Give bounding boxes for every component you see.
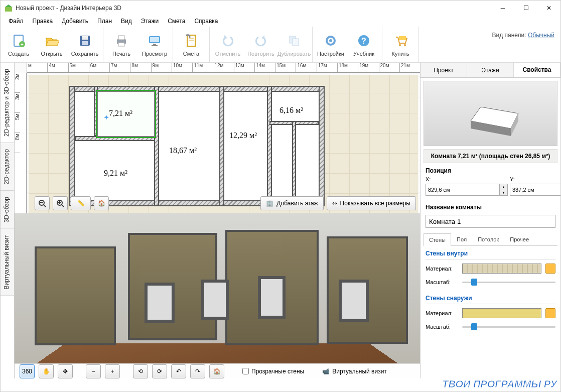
3d-preview[interactable]: 360 ✋ ✥ − + ⟲ ⟳ ↶ ↷ 🏠 Прозрачные стены 📹… bbox=[15, 213, 420, 378]
help-icon: ? bbox=[356, 33, 372, 49]
show-dimensions-button[interactable]: ⇔Показывать все размеры bbox=[327, 196, 416, 210]
save-icon bbox=[77, 33, 93, 49]
window-title: Новый проект - Дизайн Интерьера 3D bbox=[16, 5, 121, 12]
subtab-floor[interactable]: Пол bbox=[451, 233, 472, 245]
cart-icon bbox=[392, 33, 408, 49]
tool-print[interactable]: Печать bbox=[105, 30, 137, 59]
svg-line-34 bbox=[62, 205, 64, 207]
room-caption: Комната 7,21 м² (площадь стен 26,85 м²) bbox=[424, 149, 557, 163]
inner-material-swatch[interactable] bbox=[462, 264, 541, 274]
subtab-ceiling[interactable]: Потолок bbox=[472, 233, 504, 245]
svg-point-27 bbox=[404, 44, 406, 46]
tool-monitor[interactable]: Просмотр bbox=[138, 30, 171, 59]
zoom-out-3d[interactable]: − bbox=[86, 364, 101, 378]
subtab-other[interactable]: Прочее bbox=[504, 233, 534, 245]
tool-open[interactable]: Открыть bbox=[36, 30, 68, 59]
tool-estimate[interactable]: Смета bbox=[175, 30, 207, 59]
tool-dup[interactable]: Дублировать bbox=[278, 30, 310, 59]
outer-material-browse[interactable] bbox=[545, 308, 555, 318]
zoom-in-3d[interactable]: + bbox=[105, 364, 120, 378]
tool-redo[interactable]: Повторить bbox=[245, 30, 277, 59]
menu-bar: Файл Правка Добавить План Вид Этажи Смет… bbox=[1, 16, 560, 27]
svg-rect-6 bbox=[82, 36, 88, 40]
position-y-input[interactable]: ▲▼ bbox=[510, 184, 560, 196]
svg-rect-12 bbox=[150, 37, 159, 42]
print-icon bbox=[113, 33, 129, 49]
inner-material-browse[interactable] bbox=[545, 264, 555, 274]
outer-scale-slider[interactable] bbox=[462, 322, 555, 331]
floor-plan-canvas[interactable]: 7,21 м² 6,16 м² 18,67 м² 12,29 м² 9,21 м… bbox=[29, 75, 418, 213]
room-name-input[interactable] bbox=[426, 215, 555, 228]
tab-2d[interactable]: 2D-редактор bbox=[1, 143, 14, 191]
svg-point-26 bbox=[399, 44, 401, 46]
tilt-down-button[interactable]: ⟲ bbox=[133, 364, 148, 378]
ruler-vertical: 2м3м5м8м bbox=[15, 73, 27, 213]
tool-help[interactable]: ?Учебник bbox=[348, 30, 380, 59]
tilt-up-button[interactable]: ⟳ bbox=[152, 364, 167, 378]
tool-cart[interactable]: Купить bbox=[384, 30, 416, 59]
svg-rect-10 bbox=[118, 43, 124, 46]
panel-view-link[interactable]: Обычный bbox=[528, 32, 554, 39]
rotate-360-button[interactable]: 360 bbox=[20, 364, 35, 378]
move-button[interactable]: ✥ bbox=[58, 364, 73, 378]
room-preview-3d bbox=[424, 81, 557, 146]
menu-file[interactable]: Файл bbox=[5, 17, 28, 26]
menu-help[interactable]: Справка bbox=[190, 17, 222, 26]
virtual-visit-button[interactable]: 📹Виртуальный визит bbox=[322, 368, 387, 375]
tool-undo[interactable]: Отменить bbox=[212, 30, 244, 59]
zoom-out-button[interactable] bbox=[35, 196, 50, 210]
add-floor-button[interactable]: 🏢Добавить этаж bbox=[260, 196, 323, 210]
room-area-2: 6,16 м² bbox=[279, 106, 303, 115]
watermark: ТВОИ ПРОГРАММЫ РУ bbox=[442, 378, 557, 390]
tool-save[interactable]: Сохранить bbox=[69, 30, 101, 59]
menu-plan[interactable]: План bbox=[93, 17, 116, 26]
close-button[interactable]: ✕ bbox=[537, 1, 560, 16]
tab-3d[interactable]: 3D-обзор bbox=[1, 191, 14, 229]
move-handle-icon[interactable] bbox=[104, 115, 109, 120]
zoom-in-button[interactable] bbox=[53, 196, 68, 210]
panel-view-switch: Вид панели: Обычный bbox=[492, 32, 554, 39]
tab-2d-and-3d[interactable]: 2D-редактор и 3D-обзор bbox=[1, 63, 14, 143]
room-area-4: 12,29 м² bbox=[229, 131, 257, 140]
svg-rect-21 bbox=[293, 39, 299, 46]
tab-virtual-visit[interactable]: Виртуальный визит bbox=[1, 229, 14, 296]
svg-rect-13 bbox=[153, 44, 156, 45]
subtab-walls[interactable]: Стены bbox=[424, 233, 451, 246]
camera-icon: 📹 bbox=[322, 368, 330, 375]
dimensions-icon: ⇔ bbox=[332, 200, 337, 207]
transparent-walls-checkbox[interactable]: Прозрачные стены bbox=[242, 368, 304, 375]
2d-toolbar: 📏 🏠 bbox=[35, 196, 109, 210]
tab-project[interactable]: Проект bbox=[420, 63, 467, 77]
minimize-button[interactable]: ─ bbox=[491, 1, 514, 16]
2d-editor[interactable]: м4м5м6м7м8м9м10м11м12м13м14м15м16м17м18м… bbox=[15, 63, 420, 213]
menu-view[interactable]: Вид bbox=[117, 17, 136, 26]
outer-material-swatch[interactable] bbox=[462, 308, 541, 318]
open-icon bbox=[44, 33, 60, 49]
menu-edit[interactable]: Правка bbox=[29, 17, 57, 26]
undo-icon bbox=[220, 33, 236, 49]
svg-line-31 bbox=[44, 205, 46, 207]
home-button[interactable]: 🏠 bbox=[94, 196, 109, 210]
ruler-button[interactable]: 📏 bbox=[71, 196, 91, 210]
outer-walls-header: Стены снаружи bbox=[426, 295, 555, 304]
estimate-icon bbox=[183, 33, 199, 49]
tab-floors[interactable]: Этажи bbox=[467, 63, 514, 77]
menu-add[interactable]: Добавить bbox=[58, 17, 92, 26]
rotate-right-button[interactable]: ↷ bbox=[190, 364, 205, 378]
reset-view-button[interactable]: 🏠 bbox=[209, 364, 224, 378]
tool-gear[interactable]: Настройки bbox=[315, 30, 347, 59]
position-x-input[interactable]: ▲▼ bbox=[426, 184, 508, 196]
pan-button[interactable]: ✋ bbox=[39, 364, 54, 378]
svg-marker-1 bbox=[5, 5, 12, 7]
tab-properties[interactable]: Свойства bbox=[514, 63, 560, 77]
inner-scale-slider[interactable] bbox=[462, 278, 555, 287]
rotate-left-button[interactable]: ↶ bbox=[171, 364, 186, 378]
ruler-horizontal: м4м5м6м7м8м9м10м11м12м13м14м15м16м17м18м… bbox=[27, 63, 420, 73]
3d-toolbar: 360 ✋ ✥ − + ⟲ ⟳ ↶ ↷ 🏠 Прозрачные стены 📹… bbox=[15, 363, 420, 378]
toolbar: +СоздатьОткрытьСохранитьПечатьПросмотрСм… bbox=[1, 27, 560, 63]
menu-floors[interactable]: Этажи bbox=[137, 17, 163, 26]
svg-marker-29 bbox=[104, 115, 109, 120]
tool-new[interactable]: +Создать bbox=[3, 30, 35, 59]
menu-estimate[interactable]: Смета bbox=[164, 17, 189, 26]
maximize-button[interactable]: ☐ bbox=[514, 1, 537, 16]
